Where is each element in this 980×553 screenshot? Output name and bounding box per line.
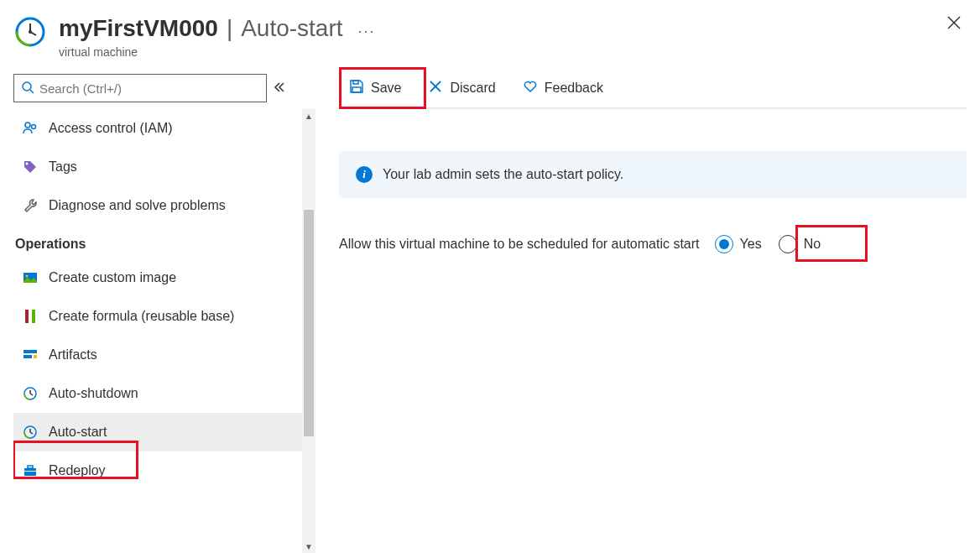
- info-text: Your lab admin sets the auto-start polic…: [383, 167, 623, 182]
- search-input[interactable]: [39, 81, 259, 96]
- sidebar-section-operations: Operations: [13, 225, 315, 258]
- svg-point-8: [25, 123, 30, 128]
- feedback-button[interactable]: Feedback: [513, 74, 613, 102]
- sidebar-item-label: Create formula (reusable base): [49, 309, 234, 324]
- svg-rect-25: [28, 466, 33, 468]
- sidebar-item-label: Access control (IAM): [49, 121, 173, 136]
- formula-icon: [22, 309, 39, 324]
- scroll-down-arrow[interactable]: ▼: [302, 540, 315, 553]
- tag-icon: [22, 159, 39, 175]
- svg-rect-14: [32, 310, 35, 323]
- collapse-sidebar-button[interactable]: [274, 81, 285, 96]
- radio-circle-icon: [715, 235, 733, 253]
- setting-label: Allow this virtual machine to be schedul…: [339, 237, 700, 252]
- svg-rect-26: [24, 471, 36, 472]
- svg-line-23: [30, 432, 33, 434]
- sidebar-item-tags[interactable]: Tags: [13, 148, 315, 186]
- wrench-icon: [22, 198, 39, 213]
- title-separator: |: [227, 15, 232, 42]
- info-icon: i: [356, 166, 373, 183]
- image-icon: [22, 270, 39, 285]
- svg-point-12: [26, 275, 29, 278]
- sidebar-item-create-custom-image[interactable]: Create custom image: [13, 258, 315, 297]
- discard-icon: [428, 79, 443, 97]
- svg-line-7: [30, 90, 34, 93]
- clock-icon: [22, 386, 39, 401]
- svg-rect-16: [23, 355, 32, 358]
- sidebar-item-redeploy[interactable]: Redeploy: [13, 451, 315, 490]
- svg-line-20: [30, 394, 33, 395]
- clock-green-icon: [22, 425, 39, 440]
- sidebar-item-access-control[interactable]: Access control (IAM): [13, 109, 315, 148]
- save-label: Save: [371, 81, 401, 96]
- svg-rect-27: [353, 81, 358, 84]
- svg-rect-15: [23, 350, 37, 353]
- radio-group-autostart: Yes No: [715, 235, 821, 253]
- svg-rect-24: [24, 468, 36, 476]
- radio-yes[interactable]: Yes: [715, 235, 762, 253]
- sidebar-item-create-formula[interactable]: Create formula (reusable base): [13, 297, 315, 336]
- sidebar-scrollbar[interactable]: ▲ ▼: [302, 109, 315, 553]
- artifacts-icon: [22, 347, 39, 363]
- radio-circle-icon: [779, 235, 797, 253]
- heart-icon: [523, 79, 538, 97]
- sidebar-item-label: Create custom image: [49, 270, 176, 285]
- info-banner: i Your lab admin sets the auto-start pol…: [339, 151, 967, 198]
- svg-rect-17: [34, 355, 37, 358]
- radio-yes-label: Yes: [740, 237, 762, 252]
- scroll-up-arrow[interactable]: ▲: [302, 109, 315, 123]
- page-title: Auto-start: [241, 15, 342, 42]
- svg-rect-13: [25, 310, 29, 323]
- radio-no-label: No: [804, 237, 821, 252]
- close-button[interactable]: [946, 15, 962, 33]
- svg-point-9: [32, 125, 36, 129]
- radio-no[interactable]: No: [779, 235, 821, 253]
- sidebar-item-diagnose[interactable]: Diagnose and solve problems: [13, 186, 315, 225]
- svg-rect-28: [352, 87, 361, 92]
- sidebar-item-label: Redeploy: [49, 463, 106, 478]
- discard-button[interactable]: Discard: [418, 74, 505, 102]
- discard-label: Discard: [450, 81, 495, 96]
- sidebar-item-auto-start[interactable]: Auto-start: [13, 413, 315, 451]
- sidebar: Access control (IAM) Tags Diagnose and s…: [13, 69, 315, 553]
- main-content: Save Discard Feedback i Your lab admin s…: [315, 69, 967, 553]
- svg-point-6: [23, 82, 31, 91]
- sidebar-item-label: Diagnose and solve problems: [49, 198, 226, 213]
- clock-resource-icon: [13, 15, 47, 51]
- sidebar-item-label: Tags: [49, 159, 77, 175]
- sidebar-item-label: Auto-shutdown: [49, 386, 138, 401]
- toolbar: Save Discard Feedback: [339, 69, 967, 109]
- sidebar-item-label: Artifacts: [49, 347, 97, 363]
- briefcase-icon: [22, 463, 39, 478]
- scroll-thumb[interactable]: [304, 210, 314, 436]
- more-menu[interactable]: ···: [358, 23, 376, 40]
- page-header: myFirstVM000 | Auto-start ··· virtual ma…: [13, 7, 967, 69]
- save-button[interactable]: Save: [339, 74, 411, 102]
- people-icon: [22, 121, 39, 136]
- resource-type: virtual machine: [59, 45, 376, 59]
- sidebar-item-auto-shutdown[interactable]: Auto-shutdown: [13, 374, 315, 413]
- svg-point-10: [26, 163, 29, 165]
- sidebar-item-artifacts[interactable]: Artifacts: [13, 336, 315, 374]
- search-input-wrapper[interactable]: [13, 74, 267, 102]
- svg-point-3: [29, 30, 32, 34]
- resource-name: myFirstVM000: [59, 15, 218, 42]
- feedback-label: Feedback: [545, 81, 603, 96]
- search-icon: [21, 81, 34, 97]
- sidebar-item-label: Auto-start: [49, 425, 107, 440]
- save-icon: [349, 79, 364, 97]
